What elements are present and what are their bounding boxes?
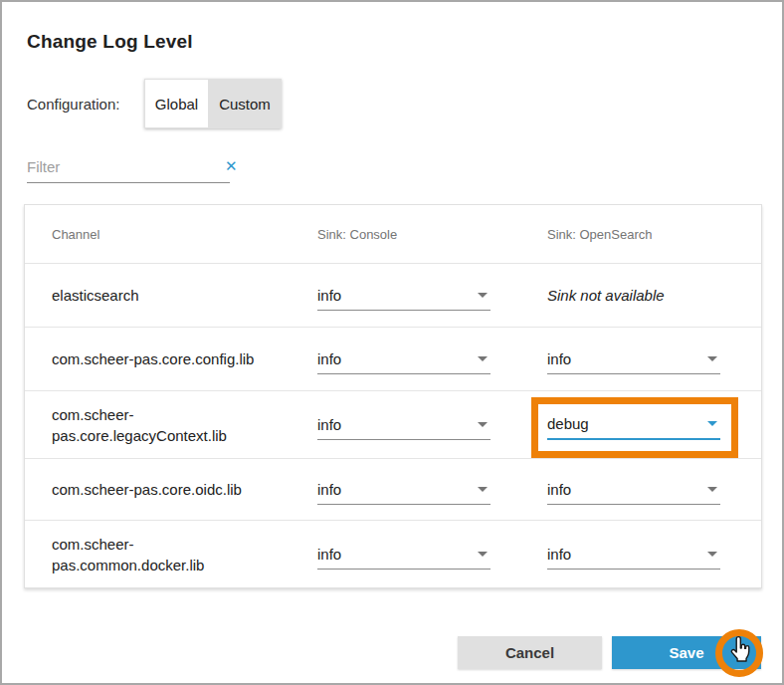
save-button[interactable]: Save	[612, 636, 761, 669]
chevron-down-icon	[478, 422, 488, 427]
select-value: debug	[547, 415, 589, 432]
select-value: info	[317, 481, 341, 498]
opensearch-level-select[interactable]: info	[547, 475, 720, 505]
configuration-label: Configuration:	[27, 96, 119, 113]
opensearch-level-select[interactable]: info	[547, 344, 720, 374]
sink-console-cell: info	[317, 281, 547, 311]
chevron-down-icon	[478, 356, 488, 361]
column-header-sink-opensearch: Sink: OpenSearch	[547, 227, 761, 242]
opensearch-level-select[interactable]: debug	[547, 410, 720, 440]
console-level-select[interactable]: info	[317, 410, 490, 440]
sink-opensearch-cell: debug	[547, 410, 761, 440]
column-header-channel: Channel	[25, 227, 317, 242]
toggle-global-button[interactable]: Global	[144, 79, 208, 128]
column-header-sink-console: Sink: Console	[317, 227, 547, 242]
channel-cell: com.scheer-pas.core.legacyContext.lib	[25, 404, 317, 446]
table-row: com.scheer-pas.core.config.libinfoinfo	[25, 327, 761, 390]
channel-cell: elasticsearch	[25, 285, 317, 306]
table-row: elasticsearchinfoSink not available	[25, 263, 761, 327]
sink-opensearch-cell: Sink not available	[547, 287, 761, 304]
sink-console-cell: info	[317, 344, 547, 374]
sink-console-cell: info	[317, 540, 547, 570]
select-value: info	[547, 481, 571, 498]
channel-cell: com.scheer-pas.common.docker.lib	[25, 534, 317, 575]
toggle-custom-button[interactable]: Custom	[208, 79, 282, 128]
configuration-toggle: Global Custom	[144, 79, 282, 128]
channel-cell: com.scheer-pas.core.config.lib	[25, 348, 317, 369]
chevron-down-icon	[478, 487, 488, 492]
sink-opensearch-cell: info	[547, 475, 761, 505]
table-header: Channel Sink: Console Sink: OpenSearch	[25, 205, 761, 263]
chevron-down-icon	[478, 293, 488, 298]
console-level-select[interactable]: info	[317, 344, 490, 374]
console-level-select[interactable]: info	[317, 475, 490, 505]
clear-filter-icon[interactable]: ✕	[225, 158, 238, 175]
chevron-down-icon	[478, 552, 488, 557]
opensearch-level-select[interactable]: info	[547, 540, 720, 570]
console-level-select[interactable]: info	[317, 540, 490, 570]
select-value: info	[317, 416, 341, 433]
select-value: info	[317, 350, 341, 367]
cancel-button[interactable]: Cancel	[458, 636, 602, 669]
sink-not-available-note: Sink not available	[547, 287, 761, 304]
channel-cell: com.scheer-pas.core.oidc.lib	[25, 479, 317, 500]
table-row: com.scheer-pas.common.docker.libinfoinfo	[25, 520, 761, 587]
chevron-down-icon	[707, 356, 717, 361]
table-row: com.scheer-pas.core.oidc.libinfoinfo	[25, 458, 761, 520]
select-value: info	[547, 350, 571, 367]
table-row: com.scheer-pas.core.legacyContext.libinf…	[25, 390, 761, 458]
sink-opensearch-cell: info	[547, 344, 761, 374]
dialog-title: Change Log Level	[27, 31, 193, 53]
table-body: elasticsearchinfoSink not availablecom.s…	[25, 263, 761, 587]
chevron-down-icon	[707, 552, 717, 557]
chevron-down-icon	[707, 487, 717, 492]
filter-input[interactable]	[27, 151, 225, 182]
sink-console-cell: info	[317, 410, 547, 440]
console-level-select[interactable]: info	[317, 281, 490, 311]
change-log-level-dialog: Change Log Level Configuration: Global C…	[0, 0, 784, 685]
filter-field: ✕	[27, 151, 230, 183]
log-level-table: Channel Sink: Console Sink: OpenSearch e…	[24, 204, 762, 588]
select-value: info	[547, 546, 571, 563]
chevron-down-icon	[707, 421, 717, 426]
select-value: info	[317, 287, 341, 304]
select-value: info	[317, 546, 341, 563]
sink-console-cell: info	[317, 475, 547, 505]
sink-opensearch-cell: info	[547, 540, 761, 570]
